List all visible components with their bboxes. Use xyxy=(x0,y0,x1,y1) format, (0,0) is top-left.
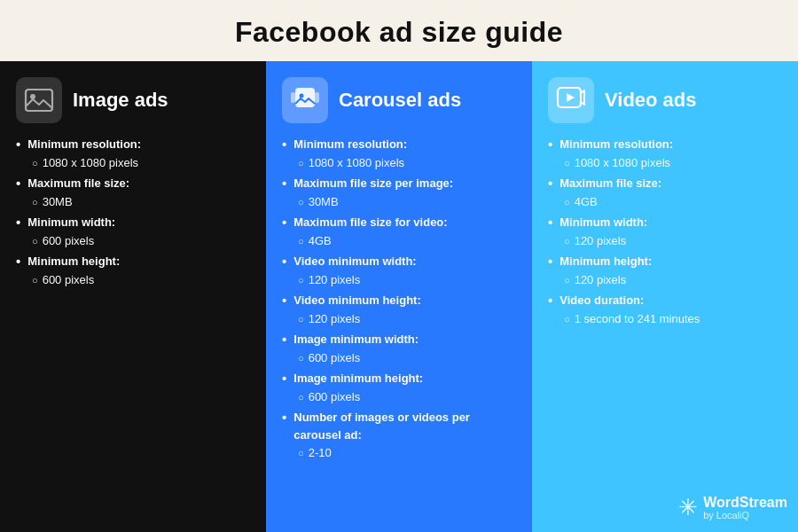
spec-sub-list: 600 pixels xyxy=(282,349,516,367)
spec-label: Maximum file size: xyxy=(16,175,250,192)
spec-sub-list: 600 pixels xyxy=(16,271,250,289)
spec-label: Minimum resolution: xyxy=(548,136,782,153)
spec-value: 600 pixels xyxy=(298,388,516,406)
sub-bullet xyxy=(32,154,38,172)
image-col-header: Image ads xyxy=(16,77,250,123)
spec-value: 30MB xyxy=(32,193,250,211)
sub-bullet xyxy=(298,349,304,367)
spec-label: Video minimum height: xyxy=(282,292,516,309)
spec-item: Minimum height: 600 pixels xyxy=(16,253,250,288)
sub-bullet xyxy=(564,310,570,328)
svg-point-5 xyxy=(300,94,304,98)
spec-sub-list: 1080 x 1080 pixels xyxy=(16,154,250,172)
spec-value: 120 pixels xyxy=(564,271,782,289)
spec-value: 1080 x 1080 pixels xyxy=(564,154,782,172)
video-col-header: Video ads xyxy=(548,77,782,123)
spec-sub-list: 120 pixels xyxy=(282,310,516,328)
carousel-ad-icon xyxy=(282,77,328,123)
page-title: Facebook ad size guide xyxy=(0,16,798,49)
spec-sub-list: 4GB xyxy=(282,232,516,250)
spec-value: 4GB xyxy=(564,193,782,211)
spec-label: Number of images or videos per carousel … xyxy=(282,409,516,443)
spec-item: Minimum resolution: 1080 x 1080 pixels xyxy=(282,136,516,171)
spec-sub-list: 2-10 xyxy=(282,444,516,462)
spec-value: 600 pixels xyxy=(298,349,516,367)
svg-rect-3 xyxy=(291,92,295,103)
image-ads-column: Image ads Minimum resolution: 1080 x 108… xyxy=(0,61,266,532)
spec-item: Minimum resolution: 1080 x 1080 pixels xyxy=(548,136,782,171)
spec-sub-list: 120 pixels xyxy=(548,232,782,250)
spec-item: Minimum height: 120 pixels xyxy=(548,253,782,288)
spec-item: Video minimum height: 120 pixels xyxy=(282,292,516,327)
video-spec-list: Minimum resolution: 1080 x 1080 pixels M… xyxy=(548,136,782,331)
spec-value: 120 pixels xyxy=(298,310,516,328)
video-ads-column: Video ads Minimum resolution: 1080 x 108… xyxy=(532,61,798,532)
sub-bullet xyxy=(564,193,570,211)
sub-bullet xyxy=(32,232,38,250)
wordstream-badge: ✳ WordStream by LocaliQ xyxy=(678,494,787,521)
spec-label: Minimum height: xyxy=(16,253,250,270)
spec-item: Image minimum height: 600 pixels xyxy=(282,370,516,405)
spec-sub-list: 1080 x 1080 pixels xyxy=(282,154,516,172)
spec-item: Number of images or videos per carousel … xyxy=(282,409,516,462)
spec-item: Maximum file size per image: 30MB xyxy=(282,175,516,210)
sub-bullet xyxy=(298,388,304,406)
spec-item: Maximum file size: 30MB xyxy=(16,175,250,210)
sub-bullet xyxy=(298,154,304,172)
spec-sub-list: 600 pixels xyxy=(282,388,516,406)
sub-bullet xyxy=(298,232,304,250)
image-spec-list: Minimum resolution: 1080 x 1080 pixels M… xyxy=(16,136,250,292)
image-ad-icon xyxy=(16,77,62,123)
spec-label: Maximum file size for video: xyxy=(282,214,516,231)
spec-sub-list: 30MB xyxy=(16,193,250,211)
spec-label: Maximum file size: xyxy=(548,175,782,192)
wordstream-text: WordStream by LocaliQ xyxy=(703,495,787,521)
spec-value: 30MB xyxy=(298,193,516,211)
spec-label: Maximum file size per image: xyxy=(282,175,516,192)
spec-label: Minimum height: xyxy=(548,253,782,270)
sub-bullet xyxy=(564,271,570,289)
spec-sub-list: 120 pixels xyxy=(282,271,516,289)
page-header: Facebook ad size guide xyxy=(0,0,798,61)
wordstream-sub-label: by LocaliQ xyxy=(703,510,749,520)
spec-value: 600 pixels xyxy=(32,271,250,289)
image-col-title: Image ads xyxy=(73,89,168,112)
spec-item: Maximum file size for video: 4GB xyxy=(282,214,516,249)
spec-label: Image minimum height: xyxy=(282,370,516,387)
video-ad-icon xyxy=(548,77,594,123)
spec-item: Video minimum width: 120 pixels xyxy=(282,253,516,288)
spec-label: Video duration: xyxy=(548,292,782,309)
wordstream-snowflake-icon: ✳ xyxy=(678,494,698,521)
sub-bullet xyxy=(298,271,304,289)
spec-sub-list: 1 second to 241 minutes xyxy=(548,310,782,328)
spec-value: 4GB xyxy=(298,232,516,250)
spec-item: Minimum width: 600 pixels xyxy=(16,214,250,249)
spec-value: 1080 x 1080 pixels xyxy=(32,154,250,172)
spec-value: 1080 x 1080 pixels xyxy=(298,154,516,172)
spec-label: Minimum width: xyxy=(16,214,250,231)
video-col-title: Video ads xyxy=(605,89,697,112)
spec-value: 120 pixels xyxy=(564,232,782,250)
spec-item: Maximum file size: 4GB xyxy=(548,175,782,210)
spec-label: Image minimum width: xyxy=(282,331,516,348)
spec-value: 120 pixels xyxy=(298,271,516,289)
spec-value: 2-10 xyxy=(298,444,516,462)
svg-rect-2 xyxy=(295,88,315,107)
svg-rect-4 xyxy=(315,92,319,103)
spec-sub-list: 4GB xyxy=(548,193,782,211)
spec-item: Minimum width: 120 pixels xyxy=(548,214,782,249)
sub-bullet xyxy=(298,193,304,211)
sub-bullet xyxy=(32,193,38,211)
sub-bullet xyxy=(32,271,38,289)
carousel-col-title: Carousel ads xyxy=(339,89,461,112)
svg-marker-7 xyxy=(567,93,575,102)
spec-item: Image minimum width: 600 pixels xyxy=(282,331,516,366)
page-wrapper: Facebook ad size guide Image ads Minimum… xyxy=(0,0,798,532)
spec-label: Video minimum width: xyxy=(282,253,516,270)
wordstream-brand-name: WordStream xyxy=(703,495,787,511)
spec-value: 1 second to 241 minutes xyxy=(564,310,782,328)
sub-bullet xyxy=(564,154,570,172)
spec-item: Video duration: 1 second to 241 minutes xyxy=(548,292,782,327)
sub-bullet xyxy=(298,310,304,328)
carousel-spec-list: Minimum resolution: 1080 x 1080 pixels M… xyxy=(282,136,516,466)
